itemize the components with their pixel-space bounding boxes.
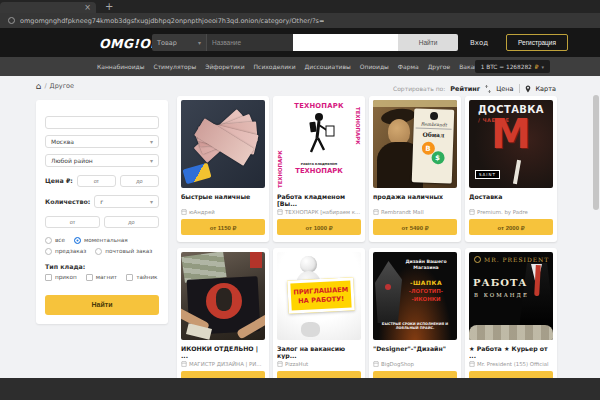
nav-item-opioids[interactable]: Опиоиды xyxy=(360,63,389,70)
vendor-row[interactable]: Rembrandt Mall xyxy=(373,207,457,216)
product-image: Дизайн ВашегоМагазина -ШАПКА -ЛОГОТИП- -… xyxy=(373,252,457,340)
nav-item-dissociatives[interactable]: Диссоциативы xyxy=(305,63,351,70)
design-item: -ЛОГОТИП- xyxy=(398,288,454,294)
checkbox-prikop[interactable]: прикоп xyxy=(45,274,77,281)
price-button[interactable]: от 1150 ₽ xyxy=(181,219,265,235)
shop-icon xyxy=(469,361,475,367)
product-card[interactable]: ПРИГЛАШАЕМ НА РАБОТУ! Залог на вакансию … xyxy=(273,248,365,378)
vendor-row[interactable]: BigDogShop xyxy=(373,359,457,368)
search-category-select[interactable]: Товар xyxy=(152,34,206,51)
search-input[interactable] xyxy=(206,34,398,51)
checkbox-magnet[interactable]: магнит xyxy=(86,274,118,281)
vendor-name: PizzaHut xyxy=(285,361,308,367)
breadcrumb-current: Другое xyxy=(50,82,74,90)
design-text: Магазина xyxy=(413,265,438,270)
district-value: Любой район xyxy=(51,157,93,164)
search-category-value: Товар xyxy=(157,39,177,47)
product-title: ★ Работа ★ Курьер от ... xyxy=(469,345,553,359)
product-card[interactable]: быстрые наличные юАндрей от 1150 ₽ xyxy=(177,96,269,242)
technopark-logo-text: ТЕХНОПАРК xyxy=(355,107,361,188)
job-sign-graphic: ПРИГЛАШАЕМ НА РАБОТУ! xyxy=(287,277,355,313)
nav-item-cannabinoids[interactable]: Каннабиноиды xyxy=(97,63,144,70)
district-select[interactable]: Любой район xyxy=(45,154,159,167)
browser-address-bar[interactable]: omgomgnghdfpkneeg74kmob3dgsfxugjdbhpq2on… xyxy=(0,13,600,28)
vendor-row[interactable]: Premium. by Padre xyxy=(469,207,553,216)
checkbox-taynik[interactable]: тайник xyxy=(126,274,157,281)
vendor-row[interactable]: юАндрей xyxy=(181,207,265,216)
product-card[interactable]: MR. PRESIDENT РАБОТА В КОМАНДЕ ★ Работа … xyxy=(465,248,557,378)
sort-by-price[interactable]: Цена xyxy=(496,85,513,93)
vendor-row[interactable]: PizzaHut xyxy=(277,359,361,368)
price-button[interactable]: от 2000 ₽ xyxy=(469,219,553,235)
btc-rate-widget[interactable]: 1 BTC = 1268282 ₽ xyxy=(475,60,550,73)
price-button[interactable] xyxy=(469,371,553,378)
vendor-row[interactable]: Mr. President (155) Official xyxy=(469,359,553,368)
btc-rate-value: 1 BTC = 1268282 xyxy=(481,64,532,70)
new-tab-button[interactable]: + xyxy=(105,0,113,13)
url-text[interactable]: omgomgnghdfpkneeg74kmob3dgsfxugjdbhpq2on… xyxy=(20,17,324,25)
register-button[interactable]: Регистрация xyxy=(506,34,568,51)
scrollbar-thumb[interactable] xyxy=(593,95,599,210)
vendor-name: Premium. by Padre xyxy=(477,209,528,215)
checkbox-icon xyxy=(86,274,93,281)
nav-item-pharma[interactable]: Фарма xyxy=(398,63,419,70)
sort-by-rating[interactable]: Рейтинг xyxy=(450,85,480,93)
radio-label: все xyxy=(55,237,65,243)
quantity-from-input[interactable] xyxy=(45,216,100,228)
vendor-row[interactable]: ТЕХНОПАРК [набираем к... xyxy=(277,207,361,216)
product-title: Доставка xyxy=(469,193,553,207)
product-card[interactable]: Дизайн ВашегоМагазина -ШАПКА -ЛОГОТИП- -… xyxy=(369,248,461,378)
price-button[interactable] xyxy=(181,371,265,378)
radio-all[interactable]: все xyxy=(45,237,65,244)
home-icon[interactable]: ⌂ xyxy=(36,82,41,91)
nav-item-other[interactable]: Другое xyxy=(428,63,451,70)
radio-preorder[interactable]: предзаказ xyxy=(45,248,86,255)
map-link[interactable]: Карта xyxy=(536,85,557,93)
city-select[interactable]: Москва xyxy=(45,135,159,148)
filters-panel: Москва Любой район Цена ₽: Количество: г xyxy=(36,100,168,324)
bottom-bar xyxy=(0,378,600,400)
checkbox-label: магнит xyxy=(96,274,118,280)
price-button[interactable]: от 1000 ₽ xyxy=(277,219,361,235)
technopark-logo-text: ТЕХНОПАРК xyxy=(277,107,283,188)
nav-item-euphoretics[interactable]: Эйфоретики xyxy=(205,63,244,70)
quantity-to-input[interactable] xyxy=(104,216,159,228)
price-button[interactable] xyxy=(277,371,361,378)
price-button[interactable] xyxy=(373,371,457,378)
tab-close-icon[interactable]: × xyxy=(84,2,91,13)
nav-item-stimulators[interactable]: Стимуляторы xyxy=(153,63,196,70)
vendor-name: Rembrandt Mall xyxy=(381,209,424,215)
price-to-input[interactable] xyxy=(120,175,159,187)
product-title: Работа кладменом [Вы... xyxy=(277,193,361,207)
price-button[interactable]: от 5490 ₽ xyxy=(373,219,457,235)
filter-search-input[interactable] xyxy=(45,116,159,129)
radio-icon xyxy=(45,248,52,255)
site-info-icon[interactable] xyxy=(8,17,15,24)
browser-tab[interactable]: × xyxy=(0,2,96,13)
search-button[interactable]: Найти xyxy=(398,34,458,51)
radio-instant[interactable]: моментальная xyxy=(74,237,128,244)
nav-item-psychedelics[interactable]: Психоделики xyxy=(254,63,296,70)
money-graphic xyxy=(469,325,553,340)
apply-filters-button[interactable]: Найти xyxy=(45,295,159,315)
product-title: Залог на вакансию кур... xyxy=(277,345,361,359)
vendor-row[interactable]: МАГИСТР ДИЗАЙНА | РИ... xyxy=(181,359,265,368)
category-nav: Каннабиноиды Стимуляторы Эйфоретики Псих… xyxy=(0,57,600,76)
product-grid: быстрые наличные юАндрей от 1150 ₽ ТЕХНО… xyxy=(177,96,557,378)
product-card[interactable]: Rembrandt Обнал B $ продажа наличных Rem… xyxy=(369,96,461,242)
unit-select[interactable]: г xyxy=(94,195,159,208)
sort-arrows-icon xyxy=(485,85,491,93)
quantity-filter-label: Количество: xyxy=(45,198,90,205)
checkbox-icon xyxy=(126,274,133,281)
product-card[interactable]: ДОСТАВКА / ЧАЕВЫЕ М SAINT Доставка Premi… xyxy=(465,96,557,242)
map-pin-icon xyxy=(525,85,531,93)
product-image: ДОСТАВКА / ЧАЕВЫЕ М SAINT xyxy=(469,100,553,188)
design-item: -ИКОНКИ xyxy=(398,296,454,302)
radio-postal[interactable]: почтовый заказ xyxy=(95,248,152,255)
product-card[interactable]: ТЕХНОПАРК ТЕХНОПАРК ТЕХНОПАРК ТЕХНОПАРК … xyxy=(273,96,365,242)
product-card[interactable]: ИКОНКИ ОТДЕЛЬНО | ... МАГИСТР ДИЗАЙНА | … xyxy=(177,248,269,378)
city-value: Москва xyxy=(51,138,74,145)
price-from-input[interactable] xyxy=(77,175,116,187)
login-link[interactable]: Вход xyxy=(470,39,488,47)
stash-type-label: Тип клада: xyxy=(45,263,159,270)
